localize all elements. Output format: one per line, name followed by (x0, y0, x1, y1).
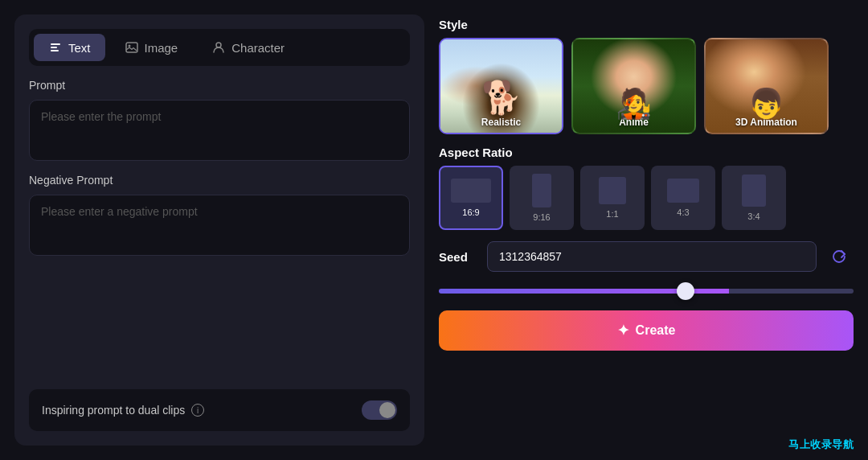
aspect-1-1-preview (599, 177, 626, 204)
refresh-seed-button[interactable] (825, 242, 854, 271)
negative-prompt-label: Negative Prompt (29, 174, 410, 187)
seed-slider-container (439, 283, 854, 299)
aspect-ratio-title: Aspect Ratio (439, 146, 854, 159)
aspect-4-3[interactable]: 4:3 (651, 166, 715, 230)
style-card-3d[interactable]: 3D Animation (704, 38, 829, 134)
style-card-anime[interactable]: Anime (571, 38, 696, 134)
aspect-3-4-preview (742, 175, 766, 207)
right-panel: Style Realistic Anime 3D Animation Aspec… (439, 14, 854, 446)
refresh-icon (831, 248, 847, 265)
prompt-section: Prompt (29, 79, 410, 161)
style-card-realistic[interactable]: Realistic (439, 38, 563, 134)
svg-rect-2 (51, 50, 59, 51)
create-button-label: Create (636, 323, 676, 338)
tab-text[interactable]: Text (34, 34, 105, 61)
toggle-label: Inspiring prompt to dual clips (42, 404, 185, 417)
watermark: 马上收录导航 (788, 437, 854, 452)
aspect-9-16-label: 9:16 (533, 212, 550, 222)
negative-prompt-input[interactable] (29, 195, 410, 256)
svg-rect-1 (51, 47, 57, 48)
negative-prompt-section: Negative Prompt (29, 174, 410, 256)
tab-image-label: Image (145, 41, 178, 55)
aspect-cards: 16:9 9:16 1:1 4:3 3:4 (439, 166, 854, 230)
aspect-16-9[interactable]: 16:9 (439, 166, 503, 230)
create-button[interactable]: ✦ Create (439, 310, 854, 351)
aspect-1-1[interactable]: 1:1 (580, 166, 645, 230)
tab-bar: Text Image (29, 29, 410, 66)
aspect-16-9-preview (451, 179, 491, 203)
style-section: Style Realistic Anime 3D Animation (439, 18, 854, 134)
aspect-9-16-preview (532, 174, 551, 207)
style-3d-label: 3D Animation (735, 117, 797, 128)
aspect-9-16[interactable]: 9:16 (510, 166, 574, 230)
style-anime-label: Anime (619, 117, 649, 128)
tab-character[interactable]: Character (197, 34, 299, 61)
tab-text-label: Text (68, 41, 91, 55)
left-panel: Text Image (14, 14, 424, 446)
text-icon (48, 40, 63, 55)
aspect-3-4[interactable]: 3:4 (722, 166, 786, 230)
toggle-knob (379, 402, 395, 418)
aspect-4-3-label: 4:3 (677, 207, 689, 217)
tab-character-label: Character (231, 41, 285, 55)
seed-label: Seed (439, 250, 479, 264)
svg-rect-3 (126, 43, 137, 52)
svg-point-4 (128, 45, 130, 47)
sparkle-icon: ✦ (617, 322, 629, 339)
toggle-switch[interactable] (362, 400, 397, 420)
aspect-1-1-label: 1:1 (606, 209, 618, 219)
style-title: Style (439, 18, 854, 31)
aspect-16-9-label: 16:9 (462, 207, 479, 217)
info-icon[interactable]: i (191, 404, 204, 417)
toggle-row: Inspiring prompt to dual clips i (29, 389, 410, 431)
image-icon (125, 40, 139, 55)
aspect-3-4-label: 3:4 (747, 212, 760, 221)
style-cards: Realistic Anime 3D Animation (439, 38, 854, 134)
svg-rect-0 (51, 43, 60, 45)
character-icon (211, 40, 226, 55)
style-realistic-label: Realistic (481, 117, 521, 128)
seed-input[interactable] (487, 241, 817, 272)
tab-image[interactable]: Image (110, 34, 193, 61)
prompt-input[interactable] (29, 100, 410, 161)
svg-point-5 (216, 43, 221, 47)
prompt-label: Prompt (29, 79, 410, 92)
app-container: Text Image (0, 0, 868, 460)
toggle-label-row: Inspiring prompt to dual clips i (42, 404, 204, 417)
aspect-ratio-section: Aspect Ratio 16:9 9:16 1:1 4:3 (439, 146, 854, 230)
seed-row: Seed (439, 241, 854, 272)
seed-slider[interactable] (439, 289, 854, 294)
aspect-4-3-preview (667, 179, 699, 203)
